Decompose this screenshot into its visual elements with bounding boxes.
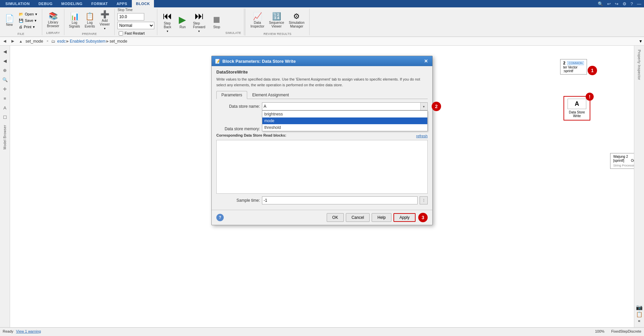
property-inspector-label[interactable]: Property Inspector	[637, 50, 641, 80]
data-store-name-dropdown-arrow[interactable]: ▾	[420, 103, 427, 110]
copy-icon[interactable]: 📋	[636, 311, 643, 318]
dropdown-mode[interactable]: mode	[262, 117, 427, 124]
settings-icon[interactable]: ⚙	[621, 1, 628, 6]
common-badge-1: COMMON	[567, 61, 584, 65]
search-icon[interactable]: 🔍	[596, 1, 604, 6]
data-store-name-dropdown: brightness mode threshold	[262, 110, 428, 131]
toolbar-file-row: 📄 New 📂 Open ▾ 💾 Save ▾ 🖨 Print ▾	[3, 9, 39, 32]
annotation-1: 1	[588, 66, 597, 75]
screenshot-icon[interactable]: 📷	[636, 304, 643, 310]
status-warning[interactable]: View 1 warning	[16, 329, 41, 333]
menu-tab-format[interactable]: FORMAT	[87, 0, 112, 7]
right-sidebar-bottom: 📷 📋 «	[636, 304, 643, 326]
text-btn[interactable]: A	[1, 103, 9, 112]
menu-tab-apps[interactable]: APPS	[112, 0, 131, 7]
cancel-button[interactable]: Cancel	[346, 213, 370, 222]
toolbar-prepare-row: 📊 LogSignals 📋 LogEvents ➕ AddViewer ▾	[67, 9, 112, 32]
tab-element-assignment[interactable]: Element Assignment	[247, 91, 294, 99]
data-store-name-label: Data store name:	[216, 104, 260, 109]
rect-btn[interactable]: ☐	[1, 113, 9, 122]
collapse-icon[interactable]: «	[636, 318, 643, 323]
back-button[interactable]: ◀	[1, 38, 8, 45]
right-sidebar: Property Inspector 📷 📋 «	[634, 46, 644, 327]
simulation-manager-button[interactable]: ⚙ SimulationManager	[287, 9, 307, 32]
help-icon[interactable]: ?	[629, 1, 634, 6]
data-inspector-button[interactable]: 📈 DataInspector	[249, 9, 266, 32]
stoptime-mode-group: Stop Time Normal Accelerator Rapid Accel…	[115, 9, 157, 35]
help-button[interactable]: Help	[372, 213, 391, 222]
menu-tab-modeling[interactable]: MODELING	[57, 0, 87, 7]
simulation-manager-icon: ⚙	[293, 13, 300, 20]
toolbar: 📄 New 📂 Open ▾ 💾 Save ▾ 🖨 Print ▾	[0, 7, 644, 37]
dialog-title: Block Parameters: Data Store Write	[222, 59, 296, 64]
menu-tab-debug[interactable]: DEBUG	[35, 0, 57, 7]
nav-left-3[interactable]: ⊕	[1, 66, 9, 75]
log-events-icon: 📋	[85, 13, 94, 20]
mode-select[interactable]: Normal Accelerator Rapid Accelerator	[117, 22, 154, 29]
corresponding-area	[216, 140, 428, 194]
data-store-write-block[interactable]: ! A Data Store Write	[564, 96, 590, 121]
run-button[interactable]: ▶ Run	[176, 10, 189, 34]
breadcrumb-enabled-subsystem[interactable]: Enabled Subsystem	[70, 39, 106, 44]
zoom-fit-btn[interactable]: 🔍	[1, 75, 9, 84]
dialog-titlebar-left: 📝 Block Parameters: Data Store Write	[215, 59, 296, 64]
log-signals-button[interactable]: 📊 LogSignals	[67, 9, 82, 32]
crosshair-btn[interactable]: ✛	[1, 85, 9, 93]
sequence-viewer-button[interactable]: 🔢 SequenceViewer	[267, 9, 286, 32]
log-events-button[interactable]: 📋 LogEvents	[83, 9, 97, 32]
dropdown-brightness[interactable]: brightness	[262, 111, 427, 117]
output-label: Output	[631, 159, 634, 162]
status-mode: FixedStepDiscrete	[611, 329, 641, 333]
new-button[interactable]: 📄 New	[3, 9, 16, 32]
save-button[interactable]: 💾 Save ▾	[17, 18, 39, 23]
nav-left-1[interactable]: ◀	[1, 47, 9, 56]
ok-button[interactable]: OK	[327, 213, 344, 222]
waijung-block-1: Waijung 2 COMMON [sprintf] Output → Stri…	[610, 153, 634, 169]
run-icon: ▶	[179, 15, 186, 25]
refresh-link[interactable]: refresh	[416, 134, 428, 138]
stop-button[interactable]: ⏹ Stop	[209, 10, 224, 34]
dialog-close-button[interactable]: ✕	[423, 58, 429, 64]
breadcrumb-set-mode: set_mode	[110, 39, 127, 44]
apply-button[interactable]: Apply	[393, 213, 416, 222]
expand-icon[interactable]: ▼	[639, 39, 643, 44]
step-back-label: StepBack	[164, 21, 171, 29]
dialog-tabs: Parameters Element Assignment	[216, 91, 428, 99]
sample-time-menu-btn[interactable]: ⋮	[420, 196, 428, 204]
print-button[interactable]: 🖨 Print ▾	[17, 24, 39, 30]
menu-tab-block[interactable]: BLOCK	[132, 0, 154, 7]
model-browser-label[interactable]: Model Browser	[3, 125, 7, 149]
minimize-icon[interactable]: —	[636, 1, 643, 6]
dialog-description: Write values to the specified data store…	[216, 77, 428, 88]
left-sidebar: ◀ ◀ ⊕ 🔍 ✛ ≡ A ☐ Model Browser	[0, 46, 10, 327]
menu-tab-simulation[interactable]: SIMULATION	[1, 0, 34, 7]
log-signals-icon: 📊	[70, 13, 79, 20]
log-events-label: LogEvents	[85, 21, 95, 28]
breadcrumb-sep1: ×	[47, 39, 49, 43]
status-right: 100% FixedStepDiscrete	[595, 329, 641, 333]
step-back-button[interactable]: ⏮ StepBack ▾	[160, 10, 175, 34]
data-store-name-input[interactable]	[262, 102, 428, 110]
library-browser-button[interactable]: 📚 LibraryBrowser	[45, 9, 61, 31]
up-button[interactable]: ▲	[17, 38, 24, 45]
step-forward-button[interactable]: ⏭ StepForward ▾	[190, 10, 208, 34]
undo-icon[interactable]: ↩	[606, 1, 612, 6]
review-results-group: 📈 DataInspector 🔢 SequenceViewer ⚙ Simul…	[246, 9, 310, 35]
dropdown-threshold[interactable]: threshold	[262, 124, 427, 131]
breadcrumb-esdc[interactable]: esdc	[57, 39, 66, 44]
add-viewer-button[interactable]: ➕ AddViewer ▾	[98, 9, 112, 32]
open-button[interactable]: 📂 Open ▾	[17, 11, 39, 17]
fast-restart-checkbox[interactable]	[119, 31, 123, 36]
dialog-footer: ? OK Cancel Help Apply 3	[212, 210, 432, 225]
list-btn[interactable]: ≡	[1, 94, 9, 103]
new-label: New	[6, 23, 13, 27]
stop-time-input[interactable]	[117, 13, 144, 20]
forward-button[interactable]: ▶	[9, 38, 16, 45]
sample-time-input[interactable]	[262, 196, 418, 204]
open-icon: 📂	[19, 12, 23, 16]
nav-left-2[interactable]: ◀	[1, 56, 9, 65]
tab-parameters[interactable]: Parameters	[216, 91, 247, 99]
open-arrow: ▾	[35, 12, 37, 16]
help-icon-btn[interactable]: ?	[216, 214, 224, 221]
redo-icon[interactable]: ↪	[613, 1, 620, 6]
